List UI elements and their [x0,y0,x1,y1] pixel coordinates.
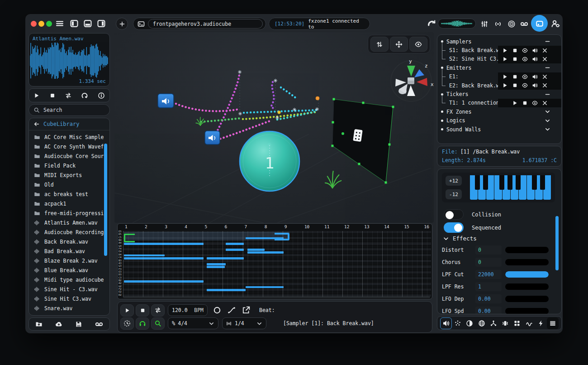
tree-item[interactable]: S2: Sine Hit C3.w [437,55,561,63]
main-menu-icon[interactable] [55,19,64,28]
close-icon[interactable] [542,82,548,88]
speaker-object-1[interactable] [158,94,174,108]
close-icon[interactable] [542,56,548,62]
close-icon[interactable] [542,48,548,53]
project-title-pill[interactable]: frontpageherov3.audiocube [133,18,266,30]
path-marker-icon[interactable] [293,108,296,111]
tree-group-tickers[interactable]: Tickers [437,90,561,98]
loop-button[interactable] [151,304,165,317]
tree-group-sound-walls[interactable]: Sound Walls [437,125,561,134]
stop-icon[interactable] [512,82,518,88]
grid-division-dropdown[interactable]: 1/4 [222,317,266,329]
bpm-box[interactable]: 120.0 BPM [168,304,208,316]
tree-item[interactable]: E2: Back Break.wa [437,81,561,90]
midi-note[interactable] [207,263,226,265]
library-folder[interactable]: Audiocube Core Sour [29,151,109,161]
library-folder[interactable]: Field Pack [29,161,109,170]
eye-icon[interactable] [522,56,528,62]
path-marker-icon[interactable] [275,116,279,120]
black-key[interactable] [475,175,480,190]
midi-note[interactable] [124,243,204,245]
tree-item[interactable]: E1: [437,72,561,81]
dock-squiggle-button[interactable] [523,317,535,329]
traffic-close-button[interactable] [31,21,37,27]
chevron-down-icon[interactable] [545,109,550,115]
scene-canvas[interactable]: 1 y z x [114,32,434,223]
save-icon[interactable] [75,321,82,328]
tree-group-fx-zones[interactable]: FX Zones [437,107,561,116]
path-marker-icon[interactable] [238,112,242,115]
collision-toggle[interactable] [444,209,464,220]
automation-icon[interactable] [228,306,236,314]
library-scrollbar[interactable] [104,144,107,256]
library-file[interactable]: Bad Break.wav [29,246,109,256]
yellow-node[interactable] [278,111,281,114]
import-folder-icon[interactable] [35,321,43,328]
recordings-icon[interactable] [95,320,103,328]
view-tool-button[interactable] [409,37,427,52]
midi-note[interactable] [207,257,244,259]
collapse-icon[interactable] [545,65,550,71]
speaker-icon[interactable] [532,48,538,53]
piano-roll-panel[interactable]: 12345678910111213141516 E5D5C5B4A4G4F4E4… [117,223,432,299]
broadcast-icon[interactable] [494,20,502,28]
target-icon[interactable] [507,20,516,28]
library-folder[interactable]: acpack1 [29,199,109,208]
viewport-3d[interactable]: 1 y z x [114,32,434,223]
move-tool-button[interactable] [390,37,408,52]
collapse-icon[interactable] [545,91,550,97]
preview-info-button[interactable] [98,92,105,99]
effect-slider[interactable] [505,259,549,265]
play-icon[interactable] [502,48,508,53]
search-bar[interactable]: Search [28,104,110,116]
midi-note[interactable] [226,243,244,245]
eye-icon[interactable] [522,48,528,53]
sphere-object[interactable]: 1 [240,131,299,191]
tree-item[interactable]: S1: Back Break.wa [437,46,561,54]
library-folder[interactable]: ac breaks test [29,189,109,199]
orange-node[interactable] [316,96,319,100]
new-tab-button[interactable] [116,18,128,30]
chevron-down-icon[interactable] [545,118,550,124]
effect-slider[interactable] [505,308,549,314]
grass-object-2[interactable] [325,171,341,188]
effect-value[interactable]: 0 [475,245,502,255]
library-folder[interactable]: free-midi-progressi [29,208,109,218]
library-file[interactable]: Sine Hit - C3.wav [29,284,109,294]
stop-button[interactable] [136,304,149,317]
export-icon[interactable] [242,306,250,314]
black-key[interactable] [516,175,521,190]
effect-value[interactable]: 0.00 [475,294,502,303]
traffic-zoom-button[interactable] [46,21,52,27]
bar-ruler[interactable]: 12345678910111213141516 [123,224,432,231]
dock-grid4-button[interactable] [511,317,523,329]
play-icon[interactable] [502,82,508,88]
close-icon[interactable] [542,74,548,80]
sequenced-toggle[interactable] [444,222,464,233]
close-icon[interactable] [542,100,548,106]
dock-moon-button[interactable] [464,317,475,329]
library-folder[interactable]: AC Core Synth Wavef [29,142,109,151]
tree-group-logics[interactable]: Logics [437,116,561,125]
chevron-down-icon[interactable] [545,126,550,132]
record-camera-button[interactable] [531,15,548,32]
black-key[interactable] [507,175,512,190]
play-icon[interactable] [502,56,508,62]
cloud-download-icon[interactable] [55,321,62,328]
effect-value[interactable]: 0.00 [475,307,502,314]
dock-bolt-button[interactable] [535,317,547,329]
preview-stop-button[interactable] [49,92,56,99]
midi-note[interactable] [226,249,244,251]
eye-icon[interactable] [532,100,538,106]
tree-group-samplers[interactable]: Samplers [437,37,561,46]
midi-note[interactable] [124,257,204,259]
undo-icon[interactable] [427,19,436,28]
library-file[interactable]: new sample .wav [29,313,109,316]
library-file[interactable]: Atlantis Amen.wav [29,218,109,227]
dock-globe-button[interactable] [476,317,488,329]
record-circle-icon[interactable] [213,306,221,314]
stop-icon[interactable] [522,100,528,106]
piano-keyboard[interactable] [470,175,551,200]
speaker-icon[interactable] [532,56,538,62]
midi-note[interactable] [247,249,265,251]
